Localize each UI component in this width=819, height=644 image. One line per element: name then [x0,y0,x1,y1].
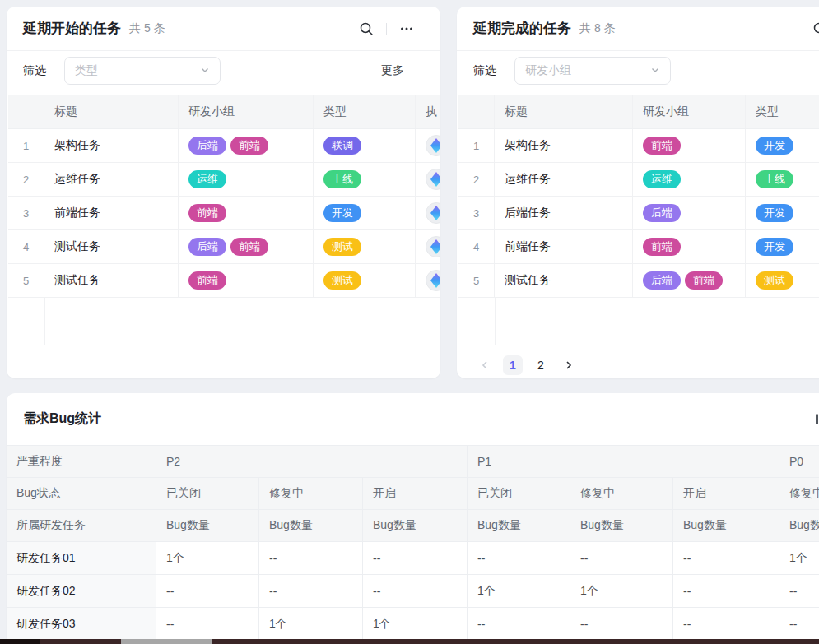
group-tags-cell: 后端 前端 [179,129,314,162]
search-icon[interactable] [812,21,819,36]
table-row[interactable]: 4 测试任务 后端 前端 测试 [8,230,440,264]
count-label-cell: Bug数量 [156,510,259,542]
column-header-title: 标题 [495,95,633,128]
table-empty-area [458,298,819,345]
row-index: 5 [458,264,495,297]
chevron-left-icon [479,359,491,371]
page-button-2[interactable]: 2 [531,355,551,375]
panel-header: 延期完成的任务 共 8 条 [457,7,819,51]
more-filters-link[interactable]: 更多 [381,63,404,78]
type-tag: 上线 [756,170,793,188]
bug-count-cell: -- [673,575,779,608]
page-button-1[interactable]: 1 [503,355,523,375]
panel-delayed-start: 延期开始的任务 共 5 条 筛选 类型 更多 标题 研发小组 类型 执 [7,7,440,378]
filter-select-group[interactable]: 研发小组 [514,57,671,85]
column-header-title: 标题 [44,95,179,128]
row-index: 3 [8,197,44,229]
task-title-cell: 架构任务 [495,129,633,162]
more-options-icon[interactable] [399,21,414,36]
severity-label-cell: 严重程度 [7,446,156,478]
bug-count-cell: -- [259,542,363,575]
type-cell: 联调 [314,129,416,162]
select-placeholder: 类型 [75,63,98,78]
task-title-cell: 测试任务 [495,264,633,297]
severity-header-row: 严重程度 P2 P1 P0 [7,446,819,478]
table-row[interactable]: 1 架构任务 后端 前端 联调 [8,129,440,163]
type-cell: 上线 [314,163,416,196]
page-prev-button[interactable] [475,355,495,375]
type-cell: 测试 [314,264,416,297]
table-row[interactable]: 4 前端任务 前端 开发 [458,230,819,264]
row-index: 4 [8,230,44,263]
type-tag: 测试 [323,271,361,290]
column-header-type: 类型 [746,95,819,128]
group-tags-cell: 后端 前端 [633,264,746,297]
bug-count-cell: -- [570,608,673,641]
severity-p2-cell: P2 [156,446,468,478]
bug-count-cell: 1个 [156,542,259,575]
status-cell: 修复中 [779,478,819,510]
group-tag: 后端 [188,137,226,155]
scrollbar-thumb[interactable] [121,639,212,644]
chevron-right-icon [563,359,575,371]
bug-stats-table: 严重程度 P2 P1 P0 Bug状态 已关闭 修复中 开启 已关闭 修复中 开… [7,445,819,641]
assignee-cell [416,264,440,297]
divider [386,23,387,35]
task-title-cell: 前端任务 [495,230,633,263]
bug-count-cell: -- [570,542,673,575]
type-cell: 测试 [314,230,416,263]
table-header-row: 标题 研发小组 类型 [458,95,819,129]
table-row[interactable]: 5 测试任务 后端 前端 测试 [458,264,819,298]
table-row[interactable]: 2 运维任务 运维 上线 [8,163,440,197]
type-tag: 开发 [756,137,793,155]
row-index: 2 [458,163,495,196]
table-row[interactable]: 3 前端任务 前端 开发 [8,197,440,230]
group-tags-cell: 前端 [179,197,314,229]
panel-delayed-finish: 延期完成的任务 共 8 条 筛选 研发小组 标题 研发小组 类型 1 架构任务 … [457,7,819,378]
table-row[interactable]: 3 后端任务 后端 开发 [458,197,819,230]
group-tag: 前端 [188,204,226,222]
row-index: 2 [8,163,44,196]
page-next-button[interactable] [559,355,579,375]
filter-select-type[interactable]: 类型 [64,57,221,85]
status-cell: 修复中 [259,478,363,510]
assignee-cell [416,129,440,162]
assignee-avatar [426,202,440,224]
panel-action-icon-partial[interactable] [816,414,818,424]
table-row[interactable]: 5 测试任务 前端 测试 [8,264,440,298]
task-name-cell: 研发任务01 [7,542,156,575]
horizontal-scrollbar[interactable] [0,639,819,644]
bug-count-cell: -- [156,608,259,641]
severity-p0-cell: P0 [779,446,819,478]
table-row[interactable]: 2 运维任务 运维 上线 [458,163,819,197]
task-title-cell: 后端任务 [495,197,633,229]
column-header-index [458,95,495,128]
count-label-cell: Bug数量 [779,510,819,542]
bug-count-cell: -- [468,608,570,641]
bug-count-cell: -- [779,575,819,608]
bug-count-cell: 1个 [779,542,819,575]
row-index: 1 [458,129,495,162]
bug-count-cell: -- [468,542,570,575]
status-label-cell: Bug状态 [7,478,156,510]
type-tag: 测试 [756,271,793,290]
chevron-down-icon [200,63,210,78]
severity-p1-cell: P1 [468,446,779,478]
table-row[interactable]: 1 架构任务 前端 开发 [458,129,819,163]
search-icon[interactable] [359,21,374,36]
delayed-finish-table: 标题 研发小组 类型 1 架构任务 前端 开发 2 运维任务 运维 上线 3 [458,95,819,345]
type-tag: 联调 [323,137,361,155]
bug-count-cell: -- [673,608,779,641]
column-header-group: 研发小组 [633,95,746,128]
group-tag: 后端 [643,204,681,222]
delayed-start-table: 标题 研发小组 类型 执 1 架构任务 后端 前端 联调 2 运维任务 运维 [8,95,440,345]
type-cell: 开发 [314,197,416,229]
task-name-cell: 研发任务02 [7,575,156,608]
row-index: 5 [8,264,44,297]
filter-label: 筛选 [23,63,46,78]
group-tags-cell: 前端 [633,230,746,263]
bug-count-cell: 1个 [468,575,570,608]
page-title: 延期开始的任务 [23,19,121,38]
bug-table-row: 研发任务02 -- -- -- 1个 1个 -- -- [7,575,819,608]
group-tags-cell: 运维 [179,163,314,196]
